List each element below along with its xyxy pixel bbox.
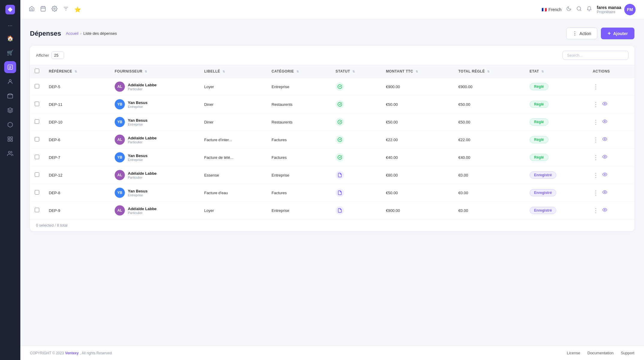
row-checkbox[interactable] xyxy=(35,208,39,212)
actions-menu-button[interactable]: ⋮ xyxy=(593,118,599,126)
actions-menu-button[interactable]: ⋮ xyxy=(593,171,599,179)
row-statut xyxy=(331,78,381,96)
language-selector[interactable]: 🇫🇷 French xyxy=(542,7,562,12)
actions-menu-button[interactable]: ⋮ xyxy=(593,207,599,214)
add-button[interactable]: + Ajouter xyxy=(601,28,634,39)
fournisseur-type: Entreprise xyxy=(128,193,148,197)
status-icon xyxy=(336,171,344,179)
svg-point-12 xyxy=(8,151,10,153)
sort-fournisseur-icon[interactable]: ⇅ xyxy=(145,70,147,73)
row-checkbox[interactable] xyxy=(35,190,39,195)
avatar[interactable]: FM xyxy=(624,4,636,15)
actions-menu-button[interactable]: ⋮ xyxy=(593,101,599,108)
calendar-icon[interactable] xyxy=(40,6,46,13)
footer-link-license[interactable]: License xyxy=(567,351,580,355)
sort-categorie-icon[interactable]: ⇅ xyxy=(296,70,299,73)
flag-icon: 🇫🇷 xyxy=(542,7,547,12)
actions-menu-button[interactable]: ⋮ xyxy=(593,83,599,90)
footer-link-support[interactable]: Support xyxy=(621,351,634,355)
row-checkbox[interactable] xyxy=(35,84,39,88)
view-button[interactable] xyxy=(602,137,607,143)
row-ref: DEP-7 xyxy=(44,149,110,166)
expenses-table-card: Afficher 25 50 100 xyxy=(30,46,634,231)
sidebar-item-cart[interactable]: 🛒 xyxy=(4,47,16,59)
row-checkbox[interactable] xyxy=(35,137,39,141)
sidebar-item-layers[interactable] xyxy=(4,104,16,116)
select-all-checkbox[interactable] xyxy=(35,69,39,73)
row-actions: ⋮ xyxy=(588,149,634,166)
row-total-regle: €50.00 xyxy=(454,113,525,131)
etat-badge: Enregistré xyxy=(530,207,556,214)
sort-reference-icon[interactable]: ⇅ xyxy=(75,70,77,73)
fournisseur-avatar: YB xyxy=(115,99,125,109)
fournisseur-name: Yan Besus xyxy=(128,100,148,105)
sidebar-item-person[interactable] xyxy=(4,147,16,159)
settings-icon[interactable] xyxy=(51,6,57,13)
actions-menu-button[interactable]: ⋮ xyxy=(593,154,599,161)
col-libelle: LIBELLÉ ⇅ xyxy=(199,65,267,78)
breadcrumb-home[interactable]: Accueil xyxy=(66,31,78,36)
row-checkbox[interactable] xyxy=(35,172,39,177)
row-ref: DEP-6 xyxy=(44,131,110,149)
fournisseur-type: Particulier xyxy=(128,140,157,144)
view-button[interactable] xyxy=(602,101,607,108)
fournisseur-info: Adélaïde Labbe Particulier xyxy=(128,83,157,91)
sort-statut-icon[interactable]: ⇅ xyxy=(352,70,355,73)
sidebar-item-box[interactable] xyxy=(4,90,16,102)
col-total-regle: TOTAL RÉGLÉ ⇅ xyxy=(454,65,525,78)
row-checkbox[interactable] xyxy=(35,102,39,106)
dark-mode-icon[interactable] xyxy=(566,6,572,13)
table-row: DEP-7 YB Yan Besus Entreprise Facture de… xyxy=(30,149,634,166)
action-button[interactable]: ⋮ Action xyxy=(566,28,598,39)
sidebar-item-grid[interactable] xyxy=(4,133,16,145)
row-checkbox[interactable] xyxy=(35,119,39,124)
afficher-select[interactable]: 25 50 100 xyxy=(51,52,64,59)
row-checkbox-cell xyxy=(30,78,44,96)
sidebar-item-users[interactable] xyxy=(4,76,16,88)
breadcrumb-current: Liste des dépenses xyxy=(83,31,117,36)
view-button[interactable] xyxy=(602,190,607,196)
view-button[interactable] xyxy=(602,154,607,161)
row-etat: Réglé xyxy=(525,113,588,131)
star-icon[interactable]: ⭐ xyxy=(74,6,81,13)
sidebar-item-cube[interactable] xyxy=(4,119,16,131)
footer-brand[interactable]: Ventexy xyxy=(65,351,78,355)
row-categorie: Entreprise xyxy=(267,78,331,96)
view-button[interactable] xyxy=(602,172,607,178)
row-libelle: Loyer xyxy=(199,202,267,219)
home-icon[interactable] xyxy=(29,6,35,13)
fournisseur-info: Yan Besus Entreprise xyxy=(128,118,148,126)
row-total-regle: €40.00 xyxy=(454,149,525,166)
row-statut xyxy=(331,131,381,149)
row-categorie: Factures xyxy=(267,149,331,166)
fournisseur-name: Yan Besus xyxy=(128,153,148,158)
col-categorie: CATÉGORIE ⇅ xyxy=(267,65,331,78)
sort-montant-icon[interactable]: ⇅ xyxy=(416,70,418,73)
row-categorie: Entreprise xyxy=(267,166,331,184)
table-row: DEP-9 AL Adélaïde Labbe Particulier Loye… xyxy=(30,202,634,219)
search-icon[interactable] xyxy=(576,6,582,13)
sidebar-item-home[interactable]: 🏠 xyxy=(4,32,16,44)
svg-rect-10 xyxy=(8,140,10,141)
col-etat: ETAT ⇅ xyxy=(525,65,588,78)
status-icon xyxy=(336,82,344,91)
footer-links: License Documentation Support xyxy=(567,351,634,355)
selection-summary: 0 selected / 8 total xyxy=(36,223,68,228)
sort-etat-icon[interactable]: ⇅ xyxy=(541,70,544,73)
actions-menu-button[interactable]: ⋮ xyxy=(593,136,599,143)
view-button[interactable] xyxy=(602,207,607,214)
notifications-icon[interactable] xyxy=(587,6,592,13)
view-button[interactable] xyxy=(602,119,607,125)
app-logo[interactable] xyxy=(5,5,15,15)
search-input[interactable] xyxy=(563,51,628,60)
footer-link-documentation[interactable]: Documentation xyxy=(587,351,613,355)
row-checkbox[interactable] xyxy=(35,155,39,159)
actions-menu-button[interactable]: ⋮ xyxy=(593,189,599,196)
sort-total-regle-icon[interactable]: ⇅ xyxy=(487,70,490,73)
fournisseur-avatar: YB xyxy=(115,117,125,127)
filter-icon[interactable] xyxy=(63,6,69,13)
sort-libelle-icon[interactable]: ⇅ xyxy=(222,70,225,73)
row-fournisseur: AL Adélaïde Labbe Particulier xyxy=(110,78,199,96)
row-etat: Réglé xyxy=(525,131,588,149)
sidebar-item-invoice[interactable] xyxy=(4,61,16,73)
